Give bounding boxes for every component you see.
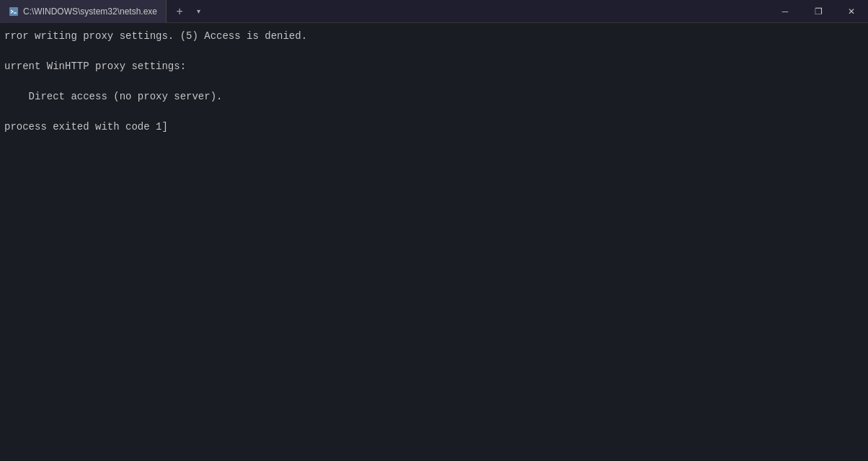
title-bar: C:\WINDOWS\system32\netsh.exe + ▾ ─ ❐ ✕ [0,0,868,23]
active-tab[interactable]: C:\WINDOWS\system32\netsh.exe [0,0,167,23]
window-controls: ─ ❐ ✕ [769,0,868,22]
terminal-window: C:\WINDOWS\system32\netsh.exe + ▾ ─ ❐ ✕ [0,0,868,461]
terminal-line: Direct access (no proxy server). [3,89,865,104]
restore-button[interactable]: ❐ [802,0,835,23]
minimize-button[interactable]: ─ [769,0,802,23]
tab-area: C:\WINDOWS\system32\netsh.exe + ▾ [0,0,205,23]
terminal-icon [9,6,19,17]
terminal-line [3,74,865,89]
tab-title: C:\WINDOWS\system32\netsh.exe [23,6,157,17]
terminal-line [3,104,865,120]
terminal-body[interactable]: rror writing proxy settings. (5) Access … [0,23,868,461]
close-button[interactable]: ✕ [835,0,868,23]
terminal-line: rror writing proxy settings. (5) Access … [3,29,865,44]
terminal-line: urrent WinHTTP proxy settings: [3,59,865,74]
new-tab-button[interactable]: + [169,1,190,22]
tab-dropdown-button[interactable]: ▾ [191,1,205,22]
terminal-line [3,44,865,59]
title-bar-left: C:\WINDOWS\system32\netsh.exe + ▾ [0,0,769,23]
terminal-line: process exited with code 1] [3,120,865,135]
